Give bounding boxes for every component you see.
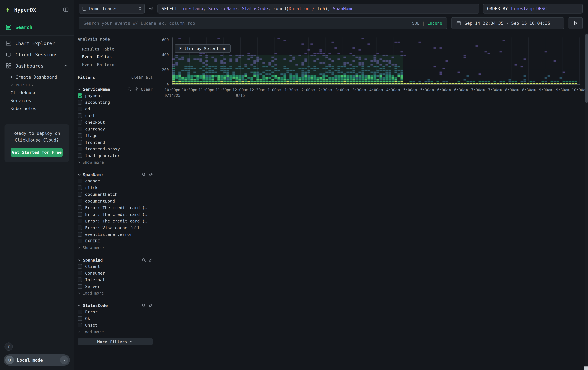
filter-checkbox-row[interactable]: Error: The credit card (…	[78, 204, 153, 211]
filter-checkbox-row[interactable]: Error: Visa cache full: …	[78, 224, 153, 231]
checkbox[interactable]	[78, 133, 82, 138]
mode-sql[interactable]: SQL	[412, 21, 420, 26]
sidebar-item-chart-explorer[interactable]: Chart Explorer	[0, 38, 74, 49]
pin-icon[interactable]	[134, 87, 138, 91]
show-more-link[interactable]: Show more	[78, 244, 153, 251]
filter-checkbox-row[interactable]: Unset	[78, 322, 153, 329]
checkbox[interactable]	[78, 264, 82, 269]
checkbox[interactable]	[78, 140, 82, 145]
pin-icon[interactable]	[149, 303, 153, 308]
filter-checkbox-row[interactable]: documentLoad	[78, 198, 153, 204]
search-input[interactable]	[84, 21, 409, 26]
source-select[interactable]: Demo Traces	[79, 4, 145, 13]
checkbox[interactable]	[78, 185, 82, 190]
presets-toggle[interactable]: PRESETS	[0, 81, 74, 89]
sidebar-item-services[interactable]: Services	[0, 97, 74, 105]
sidebar-item-client-sessions[interactable]: Client Sessions	[0, 49, 74, 60]
user-menu[interactable]: U Local mode ›	[4, 354, 70, 366]
chevron-down-icon[interactable]	[78, 259, 81, 262]
filter-checkbox-row[interactable]: Error	[78, 309, 153, 315]
sidebar-item-clickhouse[interactable]: ClickHouse	[0, 89, 74, 97]
get-started-button[interactable]: Get Started for Free	[11, 148, 63, 157]
filter-group-title[interactable]: ServiceName	[83, 87, 110, 92]
order-by-input[interactable]: ORDER BY Timestamp DESC	[483, 4, 583, 13]
checkbox[interactable]	[78, 271, 82, 275]
filter-checkbox-row[interactable]: flagd	[78, 132, 153, 139]
checkbox[interactable]	[78, 239, 82, 243]
filter-group-title[interactable]: SpanKind	[83, 258, 103, 262]
help-button[interactable]: ?	[4, 342, 13, 351]
analysis-mode-event-patterns[interactable]: Event Patterns	[78, 61, 153, 68]
chevron-down-icon[interactable]	[78, 88, 81, 91]
date-range-picker[interactable]: Sep 14 22:04:35 - Sep 15 10:04:35	[452, 17, 564, 29]
filter-checkbox-row[interactable]: cart	[78, 112, 153, 119]
more-filters-button[interactable]: More filters	[78, 338, 153, 345]
checkbox[interactable]	[78, 153, 82, 158]
filter-checkbox-row[interactable]: checkout	[78, 119, 153, 126]
filter-checkbox-row[interactable]: load-generator	[78, 152, 153, 159]
checkbox[interactable]	[78, 127, 82, 131]
sidebar-item-dashboards[interactable]: Dashboards	[0, 60, 74, 72]
checkbox[interactable]	[78, 205, 82, 210]
filter-checkbox-row[interactable]: Consumer	[78, 270, 153, 276]
scrollbar-thumb[interactable]	[585, 34, 588, 103]
checkbox[interactable]	[78, 147, 82, 151]
filter-checkbox-row[interactable]: eventListener.error	[78, 231, 153, 238]
filter-checkbox-row[interactable]: Internal	[78, 277, 153, 283]
clear-filter-link[interactable]: Clear	[141, 87, 153, 92]
filter-by-selection-button[interactable]: Filter by Selection	[175, 44, 231, 53]
analysis-mode-results-table[interactable]: Results Table	[78, 45, 153, 53]
filter-checkbox-row[interactable]: frontend	[78, 139, 153, 146]
sidebar-item-search[interactable]: Search	[0, 22, 74, 33]
filter-checkbox-row[interactable]: EXPIRE	[78, 238, 153, 244]
clear-all-link[interactable]: Clear all	[131, 75, 153, 80]
gear-icon[interactable]	[148, 6, 154, 11]
filter-group-title[interactable]: StatusCode	[83, 303, 108, 308]
search-icon[interactable]	[142, 303, 146, 308]
run-query-button[interactable]	[568, 17, 583, 29]
checkbox[interactable]	[78, 316, 82, 321]
checkbox[interactable]	[78, 199, 82, 203]
filter-checkbox-row[interactable]: Client	[78, 263, 153, 270]
checkbox[interactable]	[78, 179, 82, 183]
pin-icon[interactable]	[149, 258, 153, 262]
filter-checkbox-row[interactable]: change	[78, 178, 153, 184]
filter-checkbox-row[interactable]: click	[78, 184, 153, 191]
filter-checkbox-row[interactable]: payment	[78, 92, 153, 99]
checkbox[interactable]	[78, 278, 82, 282]
search-icon[interactable]	[142, 173, 146, 177]
analysis-mode-event-deltas[interactable]: Event Deltas	[78, 53, 153, 61]
chart-selection[interactable]	[174, 55, 403, 85]
select-query-input[interactable]: SELECT Timestamp, ServiceName, StatusCod…	[158, 4, 479, 13]
checkbox[interactable]	[78, 212, 82, 217]
collapse-sidebar-icon[interactable]	[63, 7, 69, 12]
checkbox[interactable]	[78, 323, 82, 328]
search-icon[interactable]	[142, 258, 146, 262]
checkbox[interactable]	[78, 284, 82, 289]
show-more-link[interactable]: Load more	[78, 329, 153, 335]
filter-checkbox-row[interactable]: currency	[78, 126, 153, 132]
checkbox[interactable]	[78, 100, 82, 105]
checkbox[interactable]	[78, 232, 82, 237]
filter-checkbox-row[interactable]: Error: The credit card (…	[78, 218, 153, 224]
checkbox[interactable]	[78, 192, 82, 197]
filter-checkbox-row[interactable]: frontend-proxy	[78, 146, 153, 152]
search-icon[interactable]	[127, 87, 132, 91]
checkbox[interactable]	[78, 120, 82, 125]
show-more-link[interactable]: Show more	[78, 159, 153, 166]
filter-checkbox-row[interactable]: Ok	[78, 315, 153, 322]
show-more-link[interactable]: Load more	[78, 290, 153, 297]
sidebar-item-kubernetes[interactable]: Kubernetes	[0, 105, 74, 112]
filter-checkbox-row[interactable]: Server	[78, 283, 153, 290]
vertical-scrollbar[interactable]	[585, 33, 588, 370]
checkbox[interactable]	[78, 113, 82, 118]
pin-icon[interactable]	[149, 173, 153, 177]
checkbox[interactable]	[78, 107, 82, 111]
filter-checkbox-row[interactable]: ad	[78, 106, 153, 112]
create-dashboard-button[interactable]: + Create Dashboard	[0, 73, 74, 81]
chevron-down-icon[interactable]	[78, 304, 81, 307]
checkbox[interactable]	[78, 310, 82, 314]
filter-checkbox-row[interactable]: accounting	[78, 99, 153, 106]
checkbox[interactable]	[78, 219, 82, 223]
checkbox[interactable]	[78, 226, 82, 230]
